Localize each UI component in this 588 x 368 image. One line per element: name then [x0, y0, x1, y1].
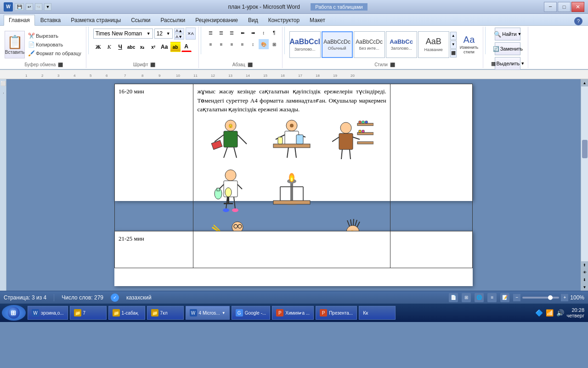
style-heading2[interactable]: AaBbCc Заголово...: [386, 31, 417, 58]
minimize-button[interactable]: −: [544, 2, 557, 12]
highlight-button[interactable]: ab: [170, 42, 181, 52]
show-formatting-button[interactable]: ¶: [269, 28, 279, 38]
zoom-slider[interactable]: [522, 297, 559, 299]
styles-scroll-down[interactable]: ▼: [450, 40, 457, 49]
select-button[interactable]: ▦ Выделить ▼: [495, 57, 520, 70]
italic-button[interactable]: К: [104, 42, 114, 52]
view-web-button[interactable]: 🌐: [475, 293, 484, 302]
replace-button[interactable]: 🔄 Заменить: [495, 42, 520, 55]
zoom-out-button[interactable]: −: [513, 294, 520, 301]
strikethrough-button[interactable]: abc: [126, 42, 136, 52]
superscript-button[interactable]: x²: [148, 42, 158, 52]
tab-layout[interactable]: Макет: [305, 15, 330, 25]
scroll-up-button[interactable]: ▲: [581, 79, 588, 86]
svg-rect-28: [359, 121, 361, 123]
font-size-selector[interactable]: 12 ▼: [154, 29, 173, 39]
page-2: 21-25 мин: [114, 231, 473, 286]
taskbar-item-eroi[interactable]: W эроина,о...: [28, 306, 68, 320]
copy-button[interactable]: 📄Копировать: [26, 40, 83, 49]
maximize-button[interactable]: □: [558, 2, 571, 12]
left-sidebar-marker[interactable]: ⬜: [0, 81, 6, 86]
underline-button[interactable]: Ч: [115, 42, 125, 52]
scroll-down-button[interactable]: ▼: [581, 283, 588, 291]
format-painter-button[interactable]: 🖌️Формат по образцу: [26, 49, 83, 58]
font-color-button[interactable]: А: [181, 42, 192, 52]
align-right-button[interactable]: ≡: [227, 39, 237, 49]
scroll-control-1[interactable]: ⬆: [581, 261, 588, 269]
taskbar-volume-icon[interactable]: 🔊: [556, 309, 564, 316]
view-fullscreen-button[interactable]: ⊞: [462, 293, 471, 302]
ruler-mark: 20: [351, 74, 355, 78]
change-styles-button[interactable]: Аа Изменитьстили: [458, 34, 481, 55]
align-left-button[interactable]: ≡: [206, 39, 216, 49]
zoom-thumb[interactable]: [548, 295, 553, 300]
tab-review[interactable]: Рецензирование: [191, 15, 243, 25]
increase-font-btn[interactable]: A▲: [174, 28, 184, 34]
decrease-indent-button[interactable]: ⬅: [237, 28, 248, 38]
taskbar-network-icon[interactable]: 📶: [546, 309, 554, 316]
taskbar-item-7kl[interactable]: 📁 7кл: [147, 306, 184, 320]
customize-button[interactable]: ▼: [44, 3, 51, 11]
line-spacing-button[interactable]: ↕: [248, 39, 258, 49]
increase-indent-button[interactable]: ➡: [248, 28, 258, 38]
start-button[interactable]: ⊞: [2, 305, 26, 321]
taskbar-item-word-active[interactable]: W 4 Micros... ▼: [186, 306, 230, 320]
scroll-thumb[interactable]: [582, 140, 588, 158]
style-title[interactable]: AaB Название: [418, 31, 449, 58]
taskbar-item-prezenta[interactable]: P Презента...: [316, 306, 357, 320]
ribbon-help-btn[interactable]: ?: [574, 17, 584, 25]
shading-button[interactable]: 🎨: [259, 39, 269, 49]
tab-page-layout[interactable]: Разметка страницы: [66, 15, 125, 25]
title-text: план 1-урок - Microsoft Word Работа с та…: [51, 4, 544, 10]
document-area[interactable]: 16-20 мин жұмыс жасау кезінде сақталатын…: [6, 79, 581, 291]
taskbar-bluetooth-icon[interactable]: 🔷: [535, 309, 543, 316]
tab-insert[interactable]: Вставка: [36, 15, 66, 25]
spell-check-icon[interactable]: ✓: [111, 293, 119, 302]
align-center-button[interactable]: ≡: [216, 39, 226, 49]
zoom-in-button[interactable]: +: [561, 294, 568, 301]
scroll-control-3[interactable]: ⬇: [581, 276, 588, 283]
language-text: казахский: [126, 294, 152, 301]
subscript-button[interactable]: x₂: [137, 42, 147, 52]
bold-button[interactable]: Ж: [93, 42, 103, 52]
tab-references[interactable]: Ссылки: [126, 15, 155, 25]
close-button[interactable]: ✕: [571, 2, 584, 12]
taskbar-item-folder1[interactable]: 📁 7: [70, 306, 107, 320]
cut-button[interactable]: ✂️Вырезать: [26, 32, 83, 40]
borders-button[interactable]: ⊞: [269, 39, 279, 49]
decrease-font-btn[interactable]: A▼: [174, 34, 184, 40]
save-button[interactable]: 💾: [15, 3, 24, 11]
tab-view[interactable]: Вид: [243, 15, 263, 25]
bullets-button[interactable]: ☰: [206, 28, 216, 38]
multilevel-button[interactable]: ☰: [227, 28, 237, 38]
redo-button[interactable]: ↪: [35, 3, 42, 11]
scroll-control-2[interactable]: 👁: [581, 269, 588, 276]
tab-designer[interactable]: Конструктор: [264, 15, 304, 25]
taskbar-item-kk[interactable]: Кк: [359, 306, 396, 320]
numbering-button[interactable]: ☰: [216, 28, 226, 38]
clear-format-btn[interactable]: ✕A: [186, 28, 196, 40]
taskbar-item-google[interactable]: G Google -...: [232, 306, 271, 320]
change-case-button[interactable]: Аа: [159, 42, 170, 52]
find-button[interactable]: 🔍 Найти ▼: [495, 28, 520, 40]
view-print-button[interactable]: 📄: [449, 293, 458, 302]
view-draft-button[interactable]: 📝: [500, 293, 509, 302]
font-group: Times New Roman ▼ 12 ▼ A▲ A▼ ✕A Ж К Ч ab…: [90, 27, 199, 68]
sort-button[interactable]: ↕: [259, 28, 269, 38]
justify-button[interactable]: ≡: [237, 39, 248, 49]
view-outline-button[interactable]: ≡: [487, 293, 497, 302]
scroll-track[interactable]: [581, 86, 588, 261]
style-normal[interactable]: AaBbCcDc Обычный: [322, 31, 353, 58]
paste-button[interactable]: 📋 Вставить: [5, 31, 25, 58]
styles-expand[interactable]: ⬛: [450, 49, 457, 58]
taskbar-item-himiya[interactable]: P Химияға ...: [272, 306, 314, 320]
style-no-spacing[interactable]: AaBbCcDc Без инте...: [354, 31, 385, 58]
tab-mailings[interactable]: Рассылки: [156, 15, 190, 25]
style-heading1[interactable]: AaBbCcl Заголово...: [289, 31, 321, 58]
taskbar-item-sabak[interactable]: 📁 1-сабақ: [108, 306, 145, 320]
zoom-level-text: 100%: [570, 294, 584, 301]
styles-scroll-up[interactable]: ▲: [450, 32, 457, 40]
font-name-selector[interactable]: Times New Roman ▼: [93, 29, 153, 39]
tab-home[interactable]: Главная: [4, 15, 35, 26]
undo-button[interactable]: ↩: [26, 3, 33, 11]
